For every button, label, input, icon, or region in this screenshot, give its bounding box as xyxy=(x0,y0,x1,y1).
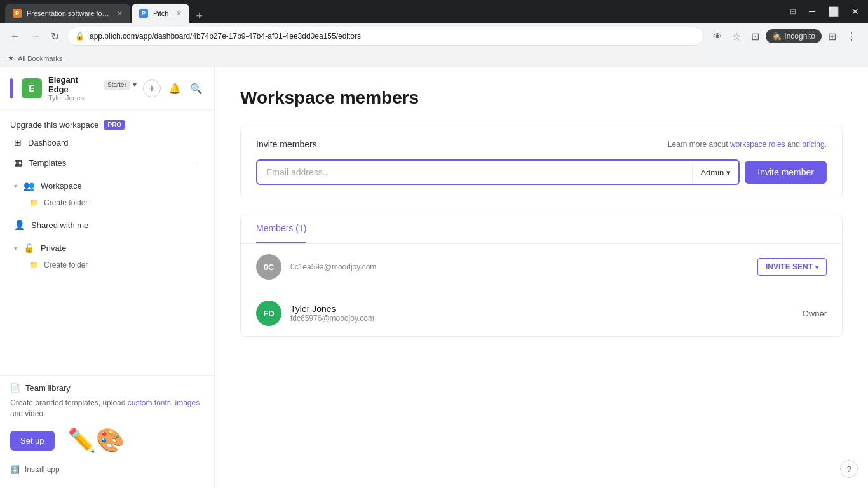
invite-sent-label: INVITE SENT xyxy=(766,262,813,271)
shared-label: Shared with me xyxy=(31,220,88,230)
sidebar-item-templates[interactable]: ▦ Templates → xyxy=(4,152,210,173)
team-library-section: 📄 Team library Create branded templates,… xyxy=(0,375,214,488)
email-input-wrapper: Admin ▾ xyxy=(256,159,740,185)
custom-fonts-link[interactable]: custom fonts xyxy=(128,398,171,407)
search-icon[interactable]: 🔍 xyxy=(189,81,204,96)
tab-members[interactable]: Members (1) xyxy=(256,214,306,243)
invite-sent-chevron-icon: ▾ xyxy=(815,264,818,271)
sidebar-item-dashboard[interactable]: ⊞ Dashboard xyxy=(4,132,210,152)
tab1-label: Presentation software for fast-m... xyxy=(27,10,109,17)
private-section-header[interactable]: ▾ 🔒 Private xyxy=(4,239,210,257)
email-input[interactable] xyxy=(257,161,692,184)
invite-member-button[interactable]: Invite member xyxy=(745,161,827,184)
member-name: Tyler Jones xyxy=(290,304,794,314)
extensions-icon[interactable]: ⊞ xyxy=(824,28,840,45)
private-create-folder[interactable]: 📁 Create folder xyxy=(4,257,210,273)
upgrade-link[interactable]: Upgrade this workspace PRO xyxy=(10,120,204,130)
browser-tab-1[interactable]: P Presentation software for fast-m... ✕ xyxy=(5,4,130,23)
new-tab-button[interactable]: + xyxy=(191,10,208,23)
tab1-close[interactable]: ✕ xyxy=(117,10,123,18)
bookmarks-label: All Bookmarks xyxy=(18,55,62,62)
private-nav-section: ▾ 🔒 Private 📁 Create folder xyxy=(0,239,214,273)
private-folder-label: Create folder xyxy=(44,261,88,269)
incognito-label: Incognito xyxy=(784,32,815,41)
incognito-button[interactable]: 🕵 Incognito xyxy=(766,29,822,43)
role-chevron-icon: ▾ xyxy=(726,168,731,177)
sidebar: E Elegant Edge Starter ▾ Tyler Jones + 🔔… xyxy=(0,67,215,488)
upgrade-text: Upgrade this workspace xyxy=(10,120,98,130)
create-folder-icon: 📁 xyxy=(29,198,39,207)
minimize-btn[interactable]: ─ xyxy=(805,4,819,19)
members-section: Members (1) 0C 0c1ea59a@moodjoy.com INVI… xyxy=(240,214,843,337)
sidebar-nav: Upgrade this workspace PRO ⊞ Dashboard ▦… xyxy=(0,110,214,375)
notification-bell-icon[interactable]: 🔔 xyxy=(167,81,182,96)
templates-arrow-icon: → xyxy=(193,158,200,167)
workspace-user: Tyler Jones xyxy=(48,94,137,102)
bookmark-star-icon[interactable]: ☆ xyxy=(728,28,745,45)
tab2-close[interactable]: ✕ xyxy=(176,10,182,18)
workspace-avatar: E xyxy=(22,78,42,98)
workspace-create-folder[interactable]: 📁 Create folder xyxy=(4,194,210,211)
member-role: Owner xyxy=(803,309,827,318)
main-content: Workspace members Invite members Learn m… xyxy=(215,67,868,488)
sidebar-toggle-icon[interactable]: ⊡ xyxy=(747,28,763,45)
sidebar-item-shared[interactable]: 👤 Shared with me xyxy=(4,215,210,235)
workspace-info: Elegant Edge Starter ▾ Tyler Jones xyxy=(48,75,137,102)
install-app-label: Install app xyxy=(25,465,60,474)
invite-section: Invite members Learn more about workspac… xyxy=(240,126,843,198)
tab2-label: Pitch xyxy=(153,10,168,17)
workspace-header: E Elegant Edge Starter ▾ Tyler Jones + 🔔… xyxy=(0,67,214,110)
close-btn[interactable]: ✕ xyxy=(848,4,863,19)
bookmarks-star-icon: ★ xyxy=(8,54,14,62)
images-link[interactable]: images xyxy=(175,398,200,407)
create-folder-label: Create folder xyxy=(44,198,88,207)
bookmarks-bar: ★ All Bookmarks xyxy=(0,50,868,67)
member-info: 0c1ea59a@moodjoy.com xyxy=(290,262,749,271)
team-library-icon: 📄 xyxy=(10,383,20,393)
member-email: 0c1ea59a@moodjoy.com xyxy=(290,262,749,271)
private-folder-icon: 📁 xyxy=(29,261,39,269)
more-menu-icon[interactable]: ⋮ xyxy=(843,28,860,45)
maximize-btn[interactable]: ⬜ xyxy=(824,4,843,19)
install-app-icon: ⬇️ xyxy=(10,465,20,474)
invite-form: Admin ▾ Invite member xyxy=(256,159,827,185)
private-section-icon: 🔒 xyxy=(24,243,34,253)
invite-label: Invite members xyxy=(256,139,317,149)
invite-sent-badge[interactable]: INVITE SENT ▾ xyxy=(757,258,827,276)
tab1-favicon: P xyxy=(13,9,22,18)
pricing-link[interactable]: pricing xyxy=(802,140,824,149)
workspace-section-header[interactable]: ▾ 👥 Workspace xyxy=(4,177,210,194)
member-info: Tyler Jones fdc65976@moodjoy.com xyxy=(290,304,794,323)
table-row: 0C 0c1ea59a@moodjoy.com INVITE SENT ▾ xyxy=(241,244,842,290)
table-row: FD Tyler Jones fdc65976@moodjoy.com Owne… xyxy=(241,290,842,336)
workspace-dropdown-icon[interactable]: ▾ xyxy=(133,80,137,89)
shared-icon: 👤 xyxy=(14,220,25,230)
templates-label: Templates xyxy=(29,158,66,168)
avatar: 0C xyxy=(256,254,281,280)
eye-off-icon[interactable]: 👁 xyxy=(709,29,726,44)
dashboard-icon: ⊞ xyxy=(14,137,22,147)
workspace-section-label: Workspace xyxy=(41,181,82,191)
install-app-item[interactable]: ⬇️ Install app xyxy=(10,459,204,480)
incognito-icon: 🕵 xyxy=(772,32,782,41)
tab-list-btn[interactable]: ⊟ xyxy=(786,4,800,18)
workspace-section-icon: 👥 xyxy=(24,180,34,191)
setup-button[interactable]: Set up xyxy=(10,431,55,451)
private-chevron-icon: ▾ xyxy=(14,245,17,252)
forward-button[interactable]: → xyxy=(28,28,43,44)
page-title: Workspace members xyxy=(240,88,843,108)
role-select[interactable]: Admin ▾ xyxy=(692,163,738,182)
add-button[interactable]: + xyxy=(143,79,161,97)
dashboard-label: Dashboard xyxy=(28,138,69,147)
workspace-nav-section: ▾ 👥 Workspace 📁 Create folder xyxy=(0,177,214,211)
browser-tab-2[interactable]: P Pitch ✕ xyxy=(132,4,189,23)
invite-links: Learn more about workspace roles and pri… xyxy=(668,140,827,149)
reload-button[interactable]: ↻ xyxy=(48,28,62,45)
team-library-title: Team library xyxy=(25,383,71,393)
team-library-description: Create branded templates, upload custom … xyxy=(10,398,204,419)
workspace-roles-link[interactable]: workspace roles xyxy=(730,140,785,149)
help-button[interactable]: ? xyxy=(840,460,858,478)
back-button[interactable]: ← xyxy=(8,28,23,44)
address-bar[interactable]: 🔒 app.pitch.com/app/dashboard/4b74b27e-1… xyxy=(67,27,704,46)
url-text: app.pitch.com/app/dashboard/4b74b27e-17b… xyxy=(90,32,361,41)
